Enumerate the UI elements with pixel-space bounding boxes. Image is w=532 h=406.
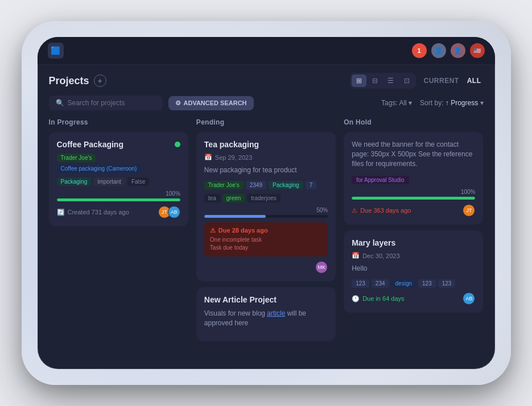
card-tags-row1: Trader Joe's 2349 Packaging 7 xyxy=(204,181,328,189)
filter-tabs: CURRENT ALL xyxy=(422,76,484,86)
card-title-text: New Article Project xyxy=(204,295,277,304)
card-mary-layers[interactable]: Mary layers 📅 Dec 30, 2023 Hello 123 234… xyxy=(344,230,483,313)
progress-bar xyxy=(204,215,328,218)
card-date: 📅 Dec 30, 2023 xyxy=(352,252,475,259)
column-title-in-progress: In Progress xyxy=(49,118,188,126)
progress-label: 50% xyxy=(204,207,328,213)
card-tags: 123 234 design 123 123 xyxy=(352,279,475,288)
app-logo: 🟦 xyxy=(48,43,64,59)
card-description: New packaging for tea product xyxy=(204,165,328,175)
tag-packaging: Packaging xyxy=(57,177,92,186)
avatar-1: MK xyxy=(315,261,328,274)
column-in-progress: In Progress Coffee Packaging Trader Joe'… xyxy=(49,118,188,355)
tag-trader: Trader Joe's xyxy=(204,181,244,189)
tag-7: 7 xyxy=(306,181,317,189)
user-icon-2[interactable]: 👤 xyxy=(451,43,465,58)
created-text: Created 731 days ago xyxy=(68,209,129,216)
card-footer: MK xyxy=(204,261,328,274)
projects-header: Projects + ⊞ ⊟ ☰ ⊡ CURRENT ALL xyxy=(49,73,484,89)
warning-icon: ⚠ xyxy=(210,227,216,234)
warning-line-2: Task due today xyxy=(210,244,322,252)
calendar-icon: 📅 xyxy=(204,154,212,161)
card-tags-2: Packaging important False xyxy=(57,177,180,186)
tag-123c: 123 xyxy=(438,279,456,288)
avatars: JT AB xyxy=(158,206,180,218)
clock-icon: 🕐 xyxy=(352,295,360,303)
avatars: JT xyxy=(463,204,475,217)
tag-design: design xyxy=(391,279,416,288)
warning-icon: ⚠ xyxy=(352,207,357,214)
due-warning: ⚠ Due 28 days ago One incomplete task Ta… xyxy=(204,222,328,256)
tag-false: False xyxy=(127,177,149,186)
advanced-search-button[interactable]: ⚙ ADVANCED SEARCH xyxy=(168,96,254,110)
avatars: MK xyxy=(318,261,328,274)
progress-label: 100% xyxy=(352,189,475,195)
card-banner[interactable]: We need the banner for the contact page:… xyxy=(344,132,483,225)
advanced-icon: ⚙ xyxy=(175,100,181,107)
created-info: 🔄 Created 731 days ago xyxy=(57,209,129,216)
card-title-text: Mary layers xyxy=(352,238,395,247)
kanban-columns: In Progress Coffee Packaging Trader Joe'… xyxy=(49,118,484,355)
page-title: Projects xyxy=(49,75,89,87)
tag-234: 234 xyxy=(372,279,389,288)
tag-important: important xyxy=(93,177,125,186)
progress-label: 100% xyxy=(57,190,180,197)
topbar-right: 1 👤 👤 🇺🇸 xyxy=(412,43,485,58)
filter-current[interactable]: CURRENT xyxy=(422,76,461,86)
tag-green: green xyxy=(222,194,245,202)
due-info: 🕐 Due in 64 days xyxy=(352,295,404,303)
progress-fill xyxy=(204,215,266,218)
tag-123b: 123 xyxy=(418,279,436,288)
card-description: Visuals for new blog article will be app… xyxy=(204,309,328,328)
view-toggles: ⊞ ⊟ ☰ ⊡ xyxy=(350,73,416,89)
device-screen: 🟦 1 👤 👤 🇺🇸 Projects + xyxy=(38,37,495,369)
card-description: Hello xyxy=(352,264,475,274)
search-placeholder: Search for projects xyxy=(68,99,125,107)
refresh-icon: 🔄 xyxy=(57,209,65,216)
user-icon-1[interactable]: 👤 xyxy=(431,43,446,58)
user-icon-3[interactable]: 🇺🇸 xyxy=(470,43,485,58)
filter-all[interactable]: ALL xyxy=(465,76,484,86)
column-title-on-hold: On Hold xyxy=(344,118,483,126)
search-icon: 🔍 xyxy=(56,99,64,107)
view-list-button[interactable]: ☰ xyxy=(383,74,398,87)
header-right: ⊞ ⊟ ☰ ⊡ CURRENT ALL xyxy=(350,73,484,89)
add-project-button[interactable]: + xyxy=(94,74,106,87)
card-tags-row2: tea green traderjoes xyxy=(204,194,328,202)
progress-bar xyxy=(352,197,475,200)
card-tea-packaging[interactable]: Tea packaging 📅 Sep 29, 2023 New packagi… xyxy=(196,132,336,281)
calendar-icon: 📅 xyxy=(352,252,360,259)
avatars: AB xyxy=(465,292,475,305)
search-input-wrapper[interactable]: 🔍 Search for projects xyxy=(49,96,163,110)
progress-bar xyxy=(57,198,180,201)
article-link[interactable]: article xyxy=(267,309,285,317)
notification-icon[interactable]: 1 xyxy=(412,43,427,58)
view-kanban-button[interactable]: ⊡ xyxy=(399,74,414,87)
avatar-1: AB xyxy=(463,292,475,305)
card-new-article[interactable]: New Article Project Visuals for new blog… xyxy=(196,287,336,342)
view-grid2-button[interactable]: ⊟ xyxy=(368,74,382,87)
tags-filter[interactable]: Tags: All ▾ xyxy=(381,99,412,107)
avatar-1: JT xyxy=(463,204,475,217)
card-description: We need the banner for the contact page:… xyxy=(352,140,475,168)
sort-filter[interactable]: Sort by: ↑ Progress ▾ xyxy=(420,99,483,107)
view-grid-button[interactable]: ⊞ xyxy=(352,74,366,87)
card-footer: 🔄 Created 731 days ago JT AB xyxy=(57,206,180,218)
card-footer: 🕐 Due in 64 days AB xyxy=(352,292,475,305)
search-bar: 🔍 Search for projects ⚙ ADVANCED SEARCH … xyxy=(49,96,484,110)
device-wrapper: 🟦 1 👤 👤 🇺🇸 Projects + xyxy=(22,21,511,385)
tag-traderjoes: traderjoes xyxy=(247,194,280,202)
card-footer: ⚠ Due 363 days ago JT xyxy=(352,204,475,217)
card-coffee-packaging[interactable]: Coffee Packaging Trader Joe's Coffee pac… xyxy=(49,132,188,226)
tag-coffee-cameroon: Coffee packaging (Cameroon) xyxy=(57,164,141,173)
column-on-hold: On Hold We need the banner for the conta… xyxy=(344,118,483,355)
tag-trader-joes: Trader Joe's xyxy=(57,154,96,162)
projects-title-area: Projects + xyxy=(49,74,106,87)
tag-tea: tea xyxy=(204,194,220,202)
card-title-text: Tea packaging xyxy=(204,140,259,149)
column-title-pending: Pending xyxy=(196,118,336,126)
card-tags: Trader Joe's Coffee packaging (Cameroon) xyxy=(57,154,180,173)
main-content: Projects + ⊞ ⊟ ☰ ⊡ CURRENT ALL xyxy=(38,65,495,368)
card-date: 📅 Sep 29, 2023 xyxy=(204,154,328,161)
column-pending: Pending Tea packaging 📅 Sep 29, 2023 New… xyxy=(196,118,336,355)
